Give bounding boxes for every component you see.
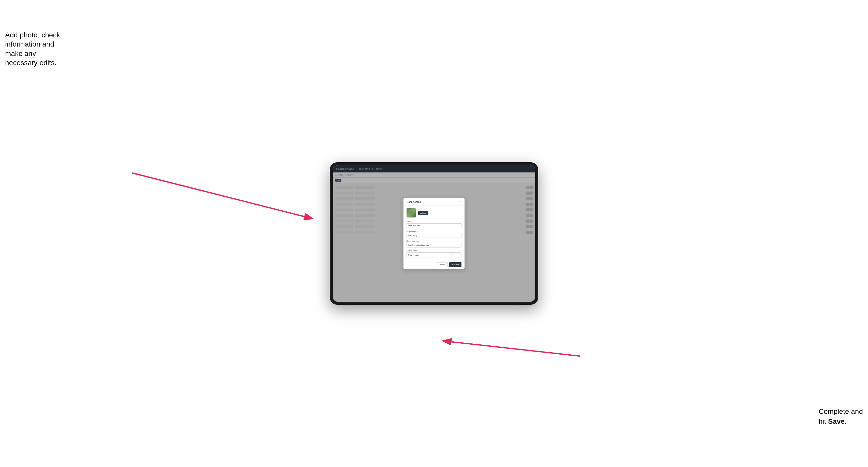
school-year-field-group: School Year Fourth Year × ⌄ [406, 250, 462, 257]
name-label: Name [406, 220, 462, 223]
user-avatar [406, 208, 416, 217]
modal-title: User details [406, 201, 421, 204]
display-name-input[interactable] [406, 233, 462, 238]
school-year-select[interactable]: Fourth Year × ⌄ [406, 252, 462, 257]
photo-row: Upload [406, 208, 462, 217]
school-year-label: School Year [406, 250, 462, 252]
user-details-modal: User details × Upload [403, 198, 465, 269]
chevron-icon: ⌄ [454, 254, 455, 256]
close-button[interactable]: × [460, 200, 462, 204]
cancel-button[interactable]: Cancel [436, 262, 448, 267]
name-input[interactable] [406, 223, 462, 228]
select-clear-icon[interactable]: × [451, 254, 453, 256]
display-name-label: Display name [406, 230, 462, 232]
annotation-left: Add photo, check information and make an… [5, 31, 66, 68]
modal-overlay: User details × Upload [333, 165, 535, 302]
school-year-select-wrapper: Fourth Year × ⌄ [406, 252, 462, 257]
tablet: COURSE GRADES › CONNECTIONS SETUP Accoun… [330, 162, 538, 305]
save-button[interactable]: ⬆ Save [449, 262, 462, 267]
scene: Add photo, check information and make an… [0, 0, 868, 467]
modal-header: User details × [403, 198, 465, 206]
email-label: Email address [406, 240, 462, 242]
display-name-field-group: Display name [406, 230, 462, 238]
email-input[interactable] [406, 243, 462, 248]
upload-button[interactable]: Upload [418, 211, 428, 215]
modal-body: Upload Name Display name [403, 206, 465, 260]
tablet-screen: COURSE GRADES › CONNECTIONS SETUP Accoun… [333, 165, 535, 302]
modal-footer: Cancel ⬆ Save [403, 260, 465, 269]
avatar-image [406, 208, 416, 217]
email-field-group: Email address [406, 240, 462, 248]
name-field-group: Name [406, 220, 462, 228]
save-button-label: Save [454, 263, 459, 266]
svg-line-2 [132, 173, 313, 219]
svg-line-3 [443, 341, 580, 356]
annotation-right: Complete and hit Save. [819, 406, 863, 426]
school-year-value: Fourth Year [408, 254, 419, 256]
save-icon: ⬆ [452, 263, 454, 266]
